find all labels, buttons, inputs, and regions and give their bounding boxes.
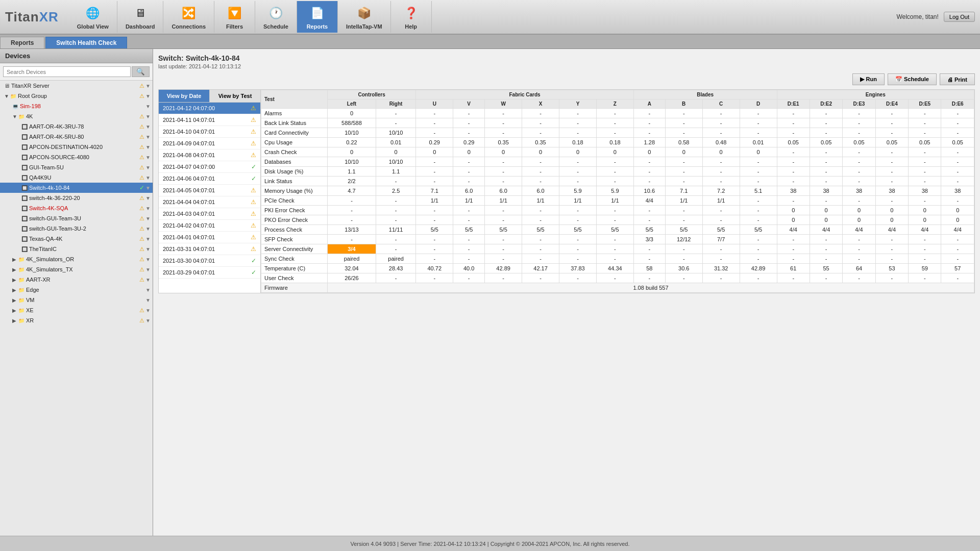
tree-item-titanxr-server[interactable]: 🖥 TitanXR Server ⚠ ▼ (0, 81, 153, 91)
cell-de6: - (941, 109, 974, 118)
nav-item-dashboard[interactable]: 🖥 Dashboard (117, 1, 163, 33)
tree-item-root-group[interactable]: ▼ 📁 Root Group ⚠ ▼ (0, 91, 153, 101)
tree-item-texas-qa[interactable]: 🔲 Texas-QA-4K ⚠ ▼ (0, 234, 153, 244)
search-button[interactable]: 🔍 (132, 66, 150, 77)
schedule-button[interactable]: 📅 Schedule (888, 73, 937, 85)
nav-item-help[interactable]: ❓ Help (391, 1, 432, 33)
logout-button[interactable]: Log Out (944, 12, 975, 22)
cell-de4: 0.05 (875, 138, 908, 147)
menu-icon-root: ▼ (145, 93, 151, 99)
tree-item-gui-team[interactable]: 🔲 GUI-Team-5U ⚠ ▼ (0, 162, 153, 172)
date-item[interactable]: 2021-03-29 04:07:01✓ (159, 267, 260, 279)
status-warn-icon: ⚠ (251, 116, 256, 123)
switch-title: Switch: Switch-4k-10-84 (158, 54, 975, 62)
tree-item-4k-sims-tx[interactable]: ▶ 📁 4K_Simulators_TX ⚠ ▼ (0, 264, 153, 274)
cell-c: - (702, 244, 740, 254)
date-item[interactable]: 2021-04-03 04:07:01⚠ (159, 208, 260, 220)
tree-item-edge[interactable]: ▶ 📁 Edge ▼ (0, 285, 153, 295)
cell-z: - (596, 215, 633, 225)
view-by-test-button[interactable]: View by Test (210, 90, 260, 102)
run-button[interactable]: ▶ Run (852, 73, 884, 85)
tree-item-apcon-dest[interactable]: 🔲 APCON-DESTINATION-4020 ⚠ ▼ (0, 142, 153, 152)
cell-right: - (376, 273, 415, 283)
cell-de2: 0.05 (810, 138, 842, 147)
cell-left: - (328, 235, 376, 244)
col-z: Z (596, 99, 633, 109)
date-item[interactable]: 2021-04-11 04:07:01⚠ (159, 114, 260, 126)
tree-item-gui-3u-2[interactable]: 🔲 switch-GUI-Team-3U-2 ⚠ ▼ (0, 223, 153, 234)
tree-item-aart-5ru-80[interactable]: 🔲 AART-OR-4K-5RU-80 ⚠ ▼ (0, 132, 153, 142)
tab-switch-health[interactable]: Switch Health Check (45, 37, 127, 48)
cell-left: 10/10 (328, 128, 376, 138)
date-value: 2021-04-09 04:07:01 (163, 140, 215, 146)
cell-de6: 0 (941, 215, 974, 225)
date-item[interactable]: 2021-04-06 04:07:01✓ (159, 173, 260, 185)
date-item[interactable]: 2021-04-05 04:07:01⚠ (159, 185, 260, 196)
welcome-text: Welcome, titan! (896, 13, 938, 20)
tree-item-switch-4k-36[interactable]: 🔲 switch-4k-36-220-20 ⚠ ▼ (0, 193, 153, 203)
search-input[interactable] (3, 66, 131, 77)
tree-item-xr[interactable]: ▶ 📁 XR ⚠ ▼ (0, 315, 153, 325)
tree-item-gui-3u[interactable]: 🔲 switch-GUI-Team-3U ⚠ ▼ (0, 213, 153, 223)
nav-item-schedule[interactable]: 🕐 Schedule (255, 1, 297, 33)
cell-z: 0 (596, 147, 633, 157)
date-item[interactable]: 2021-04-04 04:07:01⚠ (159, 196, 260, 208)
nav-item-intellatap[interactable]: 📦 IntellaTap-VM (338, 1, 391, 33)
tree-item-apcon-source[interactable]: 🔲 APCON-SOURCE-4080 ⚠ ▼ (0, 152, 153, 162)
tree-item-vm[interactable]: ▶ 📁 VM ▼ (0, 295, 153, 305)
cell-de3: - (843, 244, 875, 254)
cell-right: 2.5 (376, 186, 415, 196)
date-item[interactable]: 2021-03-31 04:07:01⚠ (159, 243, 260, 255)
cell-z: - (596, 235, 633, 244)
tree-item-4k[interactable]: ▼ 📁 4K ⚠ ▼ (0, 111, 153, 121)
cell-x: - (522, 254, 559, 264)
tree-item-aart-3ru-78[interactable]: 🔲 AART-OR-4K-3RU-78 ⚠ ▼ (0, 121, 153, 132)
nav-item-connections[interactable]: 🔀 Connections (163, 1, 214, 33)
date-item[interactable]: 2021-04-02 04:07:01⚠ (159, 220, 260, 232)
tree-item-sim-198[interactable]: 💻 Sim-198 ▼ (0, 101, 153, 111)
cell-b: - (665, 254, 702, 264)
cell-c: - (702, 206, 740, 215)
date-value: 2021-04-03 04:07:01 (163, 211, 215, 217)
cell-z: 5/5 (596, 225, 633, 235)
nav-item-filters[interactable]: 🔽 Filters (214, 1, 255, 33)
cell-de1: 38 (777, 186, 810, 196)
tree-item-xe[interactable]: ▶ 📁 XE ⚠ ▼ (0, 305, 153, 315)
cell-a: - (633, 118, 665, 128)
tab-reports[interactable]: Reports (0, 37, 44, 48)
table-row: User Check26/26----------------- (261, 273, 974, 283)
cell-right: - (376, 109, 415, 118)
tree-item-4k-sims-or[interactable]: ▶ 📁 4K_Simulators_OR ⚠ ▼ (0, 254, 153, 264)
tree-item-aart-xr[interactable]: ▶ 📁 AART-XR ⚠ ▼ (0, 274, 153, 285)
cell-y: - (559, 254, 597, 264)
cell-de4: - (875, 254, 908, 264)
nav-item-reports[interactable]: 📄 Reports (297, 1, 338, 33)
tree-item-switch-4k-sqa[interactable]: 🔲 Switch-4K-SQA ⚠ ▼ (0, 203, 153, 213)
date-item[interactable]: 2021-03-30 04:07:01✓ (159, 255, 260, 267)
status-warn-icon: ⚠ (251, 198, 256, 206)
date-item[interactable]: 2021-04-01 04:07:01⚠ (159, 232, 260, 243)
table-row: PCIe Check--1/11/11/11/11/11/14/41/11/1-… (261, 196, 974, 206)
test-label: Alarms (261, 109, 328, 118)
cell-w: 0.35 (485, 138, 522, 147)
cell-de5: - (909, 196, 941, 206)
cell-right: - (376, 118, 415, 128)
view-by-date-button[interactable]: View by Date (159, 90, 210, 102)
cell-c: - (702, 157, 740, 167)
cell-b: - (665, 167, 702, 177)
tree-item-thetitanic[interactable]: 🔲 TheTitanIC ⚠ ▼ (0, 244, 153, 254)
cell-de4: - (875, 157, 908, 167)
cell-u: - (416, 128, 453, 138)
date-item[interactable]: 2021-04-10 04:07:01⚠ (159, 126, 260, 138)
date-item[interactable]: 2021-04-12 04:07:00⚠ (159, 103, 260, 114)
tree-item-qa4k9u[interactable]: 🔲 QA4K9U ⚠ ▼ (0, 172, 153, 183)
col-de6: D:E6 (941, 99, 974, 109)
nav-item-global-view[interactable]: 🌐 Global View (69, 1, 117, 33)
date-item[interactable]: 2021-04-07 04:07:00✓ (159, 161, 260, 173)
cell-de5: - (909, 118, 941, 128)
date-item[interactable]: 2021-04-09 04:07:01⚠ (159, 138, 260, 149)
date-item[interactable]: 2021-04-08 04:07:01⚠ (159, 149, 260, 161)
cell-a: - (633, 254, 665, 264)
print-button[interactable]: 🖨 Print (940, 73, 975, 85)
tree-item-switch-4k-10-84[interactable]: 🔲 Switch-4k-10-84 ✓ ▼ (0, 183, 153, 193)
